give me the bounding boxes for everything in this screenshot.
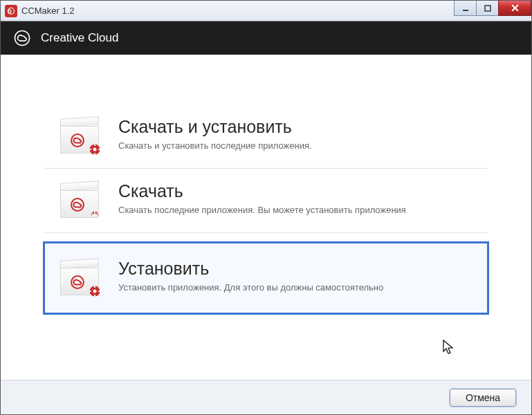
window-title: CCMaker 1.2 bbox=[21, 6, 75, 16]
svg-rect-19 bbox=[94, 295, 95, 297]
svg-point-6 bbox=[15, 30, 29, 45]
app-window: CCMaker 1.2 Creative Cloud bbox=[0, 0, 532, 415]
option-download[interactable]: Скачать Скачать последние приложения. Вы… bbox=[45, 169, 487, 233]
download-icon bbox=[88, 207, 102, 221]
title-bar[interactable]: CCMaker 1.2 bbox=[1, 1, 531, 21]
window-controls bbox=[455, 1, 531, 16]
app-header: Creative Cloud bbox=[1, 21, 531, 55]
svg-rect-10 bbox=[94, 144, 95, 146]
creative-cloud-icon bbox=[13, 29, 31, 47]
svg-point-9 bbox=[93, 148, 97, 151]
option-download-install[interactable]: Скачать и установить Скачать и установит… bbox=[45, 104, 487, 169]
gear-icon bbox=[88, 284, 102, 298]
option-description: Скачать и установить последние приложени… bbox=[118, 140, 473, 152]
svg-rect-3 bbox=[485, 6, 490, 11]
option-title: Скачать и установить bbox=[118, 117, 473, 137]
package-icon bbox=[59, 181, 100, 220]
minimize-button[interactable] bbox=[454, 1, 477, 16]
svg-rect-12 bbox=[89, 149, 91, 150]
cursor-icon bbox=[443, 340, 455, 356]
svg-point-1 bbox=[8, 10, 11, 12]
app-icon bbox=[5, 5, 17, 17]
svg-rect-11 bbox=[94, 153, 95, 155]
footer: Отмена bbox=[1, 380, 531, 414]
option-title: Установить bbox=[118, 259, 473, 279]
svg-rect-21 bbox=[98, 290, 100, 292]
option-description: Установить приложения. Для этого вы долж… bbox=[118, 282, 473, 294]
close-button[interactable] bbox=[498, 1, 531, 16]
gear-icon bbox=[88, 142, 102, 156]
maximize-button[interactable] bbox=[476, 1, 499, 16]
package-icon bbox=[59, 259, 100, 297]
main-content: Скачать и установить Скачать и установит… bbox=[1, 55, 531, 380]
svg-rect-13 bbox=[98, 149, 100, 150]
svg-point-17 bbox=[93, 290, 97, 293]
option-description: Скачать последние приложения. Вы можете … bbox=[118, 204, 473, 216]
svg-rect-18 bbox=[94, 286, 95, 288]
option-install[interactable]: Установить Установить приложения. Для эт… bbox=[43, 241, 489, 315]
options-list: Скачать и установить Скачать и установит… bbox=[45, 55, 487, 315]
header-title: Creative Cloud bbox=[41, 31, 118, 45]
package-icon bbox=[59, 117, 100, 156]
option-title: Скачать bbox=[118, 181, 473, 201]
svg-rect-20 bbox=[89, 290, 91, 292]
cancel-button[interactable]: Отмена bbox=[450, 389, 516, 407]
